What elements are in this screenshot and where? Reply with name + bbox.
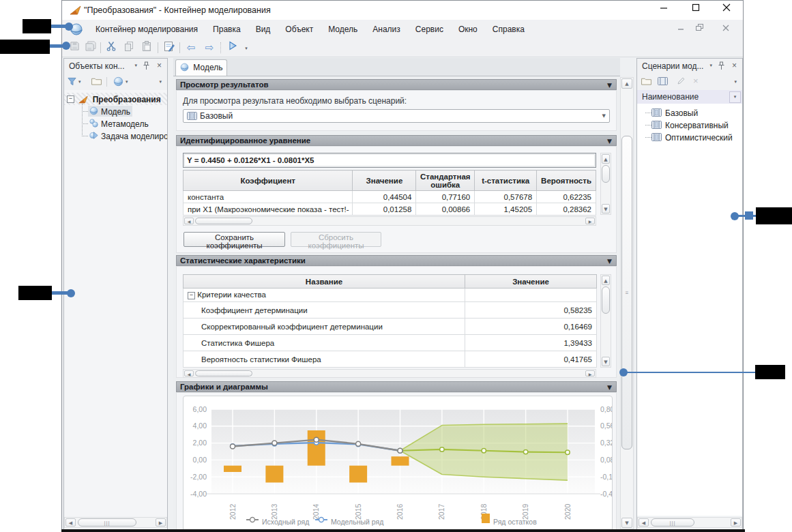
menu-item[interactable]: Модель	[321, 20, 365, 38]
scroll-right-icon[interactable]: ▶	[585, 370, 595, 376]
stats-row[interactable]: Коэффициент детерминации0,58235	[184, 302, 597, 319]
menu-item[interactable]: Окно	[451, 20, 485, 38]
stats-row[interactable]: Вероятность статистики Фишера0,41765	[184, 351, 597, 368]
minimize-button[interactable]	[654, 3, 673, 17]
equation-vscrollbar[interactable]: ▲ ▼	[600, 153, 611, 215]
collapse-section-icon[interactable]: ▼	[607, 136, 612, 146]
filter-icon[interactable]	[68, 77, 76, 89]
maximize-button[interactable]	[686, 3, 705, 17]
menu-item[interactable]: Сервис	[408, 20, 451, 38]
coef-col-header[interactable]: Вероятность	[537, 171, 596, 191]
stats-row[interactable]: Статистика Фишера1,39433	[184, 335, 597, 351]
folder-icon[interactable]	[641, 77, 651, 89]
scenario-item[interactable]: Оптимистический	[637, 131, 742, 143]
collapse-box-icon[interactable]: −	[67, 95, 74, 103]
main-vscrollbar[interactable]: ▲ ≡ ▼	[620, 77, 634, 529]
coef-col-header[interactable]: t-статистика	[475, 171, 537, 191]
tree-item-2[interactable]: Метамодель	[64, 117, 167, 130]
close-panel-icon[interactable]: ×	[157, 61, 162, 70]
scenario-item[interactable]: Базовый	[637, 106, 742, 119]
delete-icon[interactable]: ×	[693, 76, 699, 88]
stats-col-header[interactable]: Значение	[465, 275, 597, 289]
main-vscroll-thumb[interactable]: ≡	[621, 136, 632, 449]
pin-icon[interactable]	[143, 61, 149, 72]
coef-row[interactable]: константа0,445040,771600,576780,62235	[184, 191, 596, 203]
run-icon[interactable]	[226, 41, 239, 55]
scroll-up-icon[interactable]: ▲	[602, 154, 610, 164]
scroll-down-icon[interactable]: ▼	[602, 357, 610, 366]
reset-coefficients-button[interactable]: Сбросить коэффициенты	[291, 232, 381, 247]
scroll-left-icon[interactable]: ◀	[639, 518, 649, 527]
folder-icon[interactable]	[91, 77, 102, 89]
coef-col-header[interactable]: Значение	[353, 171, 416, 191]
scenarios-hscrollbar[interactable]: ◀ ||| ▶	[637, 517, 742, 528]
model-filter-sphere-icon[interactable]	[113, 76, 123, 89]
stats-vscrollbar[interactable]: ▲ ▼	[600, 274, 611, 368]
mdi-minimize-button[interactable]	[673, 24, 688, 35]
scroll-up-icon[interactable]: ▲	[621, 78, 632, 89]
scenario-item[interactable]: Консервативный	[637, 119, 742, 131]
menu-item[interactable]: Правка	[205, 20, 248, 38]
collapse-section-icon[interactable]: ▼	[607, 80, 612, 90]
tree-root-row[interactable]: − Преобразования	[64, 93, 167, 105]
close-button[interactable]	[717, 3, 736, 17]
save-coefficients-button[interactable]: Сохранить коэффициенты	[184, 232, 285, 247]
mdi-restore-button[interactable]	[692, 24, 707, 35]
stats-hscrollbar[interactable]: ◀ ▶	[183, 369, 596, 378]
scroll-right-icon[interactable]: ▶	[585, 218, 595, 224]
menu-item[interactable]: Контейнер моделирования	[88, 20, 205, 38]
hscroll-thumb[interactable]: |||	[78, 518, 136, 527]
vscroll-thumb[interactable]	[602, 165, 610, 183]
equation-textbox[interactable]: Y = 0.4450 + 0.0126*X1 - 0.0801*X5	[183, 153, 596, 168]
panel-menu-icon[interactable]: ▾	[709, 63, 712, 68]
scroll-down-icon[interactable]: ▼	[621, 518, 632, 528]
back-icon[interactable]: ⇦	[184, 41, 198, 55]
stats-group-row[interactable]: − Критерии качества	[184, 289, 597, 302]
column-filter-icon[interactable]: ▾	[729, 91, 741, 103]
scroll-down-icon[interactable]: ▼	[602, 204, 610, 213]
collapse-section-icon[interactable]: ▼	[607, 383, 612, 392]
mdi-close-button[interactable]	[718, 24, 733, 35]
collapse-section-icon[interactable]: ▼	[607, 256, 612, 266]
scroll-up-icon[interactable]: ▲	[602, 276, 610, 285]
menu-item[interactable]: Справка	[485, 20, 532, 38]
hscroll-thumb[interactable]: |||	[651, 518, 694, 527]
edit-report-icon[interactable]	[162, 41, 176, 55]
run-dropdown-icon[interactable]: ▾	[239, 41, 253, 55]
scroll-left-icon[interactable]: ◀	[65, 518, 76, 527]
scroll-left-icon[interactable]: ◀	[184, 218, 194, 224]
menu-item[interactable]: Объект	[278, 20, 321, 38]
collapse-box-icon[interactable]: −	[188, 292, 195, 299]
paste-icon[interactable]	[140, 41, 153, 55]
scroll-right-icon[interactable]: ▶	[731, 518, 741, 527]
combobox-dropdown-icon[interactable]: ▼	[602, 113, 606, 119]
pin-icon[interactable]	[718, 61, 724, 72]
charts-section-header[interactable]: Графики и диаграммы ▼	[176, 381, 617, 392]
hscroll-thumb[interactable]	[195, 218, 252, 224]
cut-icon[interactable]	[104, 41, 118, 55]
scenarios-column-header[interactable]: Наименование ▾	[637, 90, 742, 104]
close-panel-icon[interactable]: ×	[732, 61, 737, 70]
stats-row[interactable]: Скорректированный коэффициент детерминац…	[184, 319, 597, 335]
hscroll-thumb[interactable]	[195, 370, 252, 376]
stats-section-header[interactable]: Статистические характеристики ▼	[176, 255, 617, 266]
scroll-left-icon[interactable]: ◀	[184, 370, 194, 376]
new-scenario-icon[interactable]	[658, 77, 668, 89]
vscroll-thumb[interactable]	[602, 286, 610, 314]
tree-item-3[interactable]: Задача моделиро	[64, 130, 167, 142]
coef-col-header[interactable]: Коэффициент	[184, 171, 353, 191]
coef-col-header[interactable]: Стандартная ошибка	[416, 171, 475, 191]
forward-icon[interactable]: ⇨	[203, 41, 216, 55]
scenario-combobox[interactable]: Базовый ▼	[183, 109, 610, 123]
equation-section-header[interactable]: Идентифицированное уравнение ▼	[176, 135, 617, 146]
save-all-icon[interactable]	[84, 41, 98, 55]
equation-hscrollbar[interactable]: ◀ ▶	[183, 216, 596, 226]
tree-item-1[interactable]: Модель	[64, 105, 167, 117]
menu-item[interactable]: Анализ	[365, 20, 408, 38]
copy-icon[interactable]	[122, 41, 136, 55]
forecast-chart[interactable]: 6,004,002,000,00-2,00-4,000,800,560,320,…	[183, 396, 613, 530]
stats-col-header[interactable]: Название	[184, 275, 465, 289]
coef-row[interactable]: при X1 (Макроэкономические показа - тест…	[184, 203, 596, 216]
edit-pencil-icon[interactable]	[677, 76, 686, 89]
tab-model[interactable]: Модель	[175, 59, 227, 76]
